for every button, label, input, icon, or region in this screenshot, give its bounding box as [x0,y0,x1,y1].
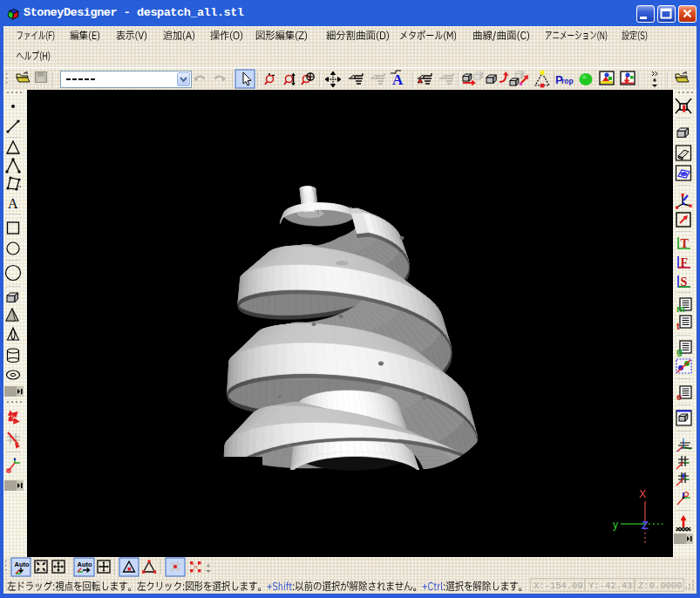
svg-text:T: T [681,237,690,250]
svg-text:rop: rop [561,77,574,85]
svg-text:Z: Z [642,519,649,532]
svg-text:Auto: Auto [15,561,30,568]
svg-text:y: y [613,519,618,531]
svg-text:g: g [676,346,683,357]
svg-text:S: S [681,275,688,289]
svg-text:A: A [8,196,18,211]
svg-text:F: F [681,256,689,269]
svg-text:A: A [392,71,404,88]
svg-text:Auto: Auto [78,561,92,568]
svg-text:X: X [639,488,646,500]
svg-text:e: e [676,391,682,402]
svg-text:t: t [676,321,680,331]
svg-text:m: m [676,303,685,314]
